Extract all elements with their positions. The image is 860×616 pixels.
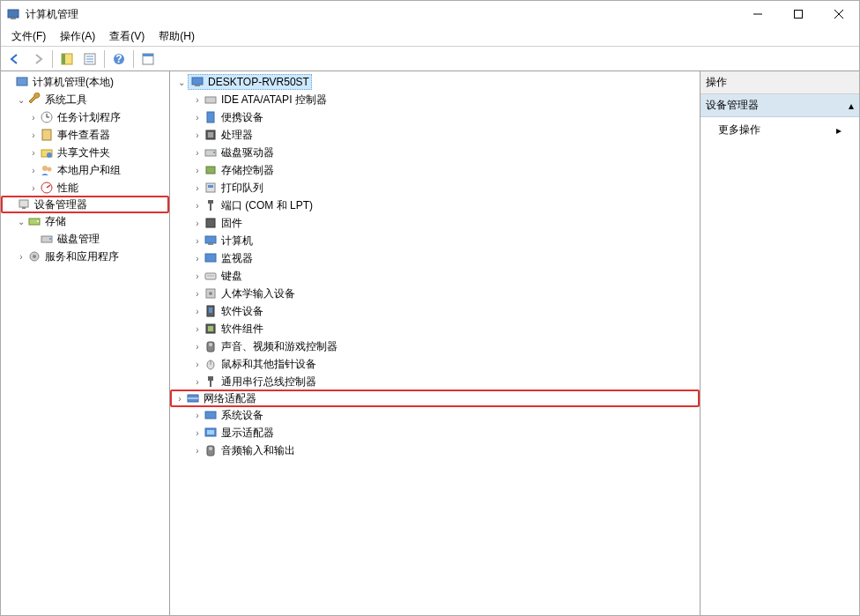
toolbar-separator <box>104 50 105 68</box>
chevron-right-icon: › <box>191 236 204 246</box>
sound-icon <box>204 339 218 353</box>
svg-rect-15 <box>143 54 153 56</box>
device-category[interactable]: ›IDE ATA/ATAPI 控制器 <box>170 91 700 108</box>
tree-device-manager[interactable]: 设备管理器 <box>1 196 169 213</box>
device-category[interactable]: ›软件组件 <box>170 320 700 338</box>
computer-mgmt-icon <box>15 75 29 89</box>
device-category[interactable]: ›声音、视频和游戏控制器 <box>170 338 700 355</box>
view-button[interactable] <box>137 48 159 70</box>
tree-label: 本地用户和组 <box>57 163 121 178</box>
hid-icon <box>204 286 218 301</box>
device-category[interactable]: ›通用串行总线控制器 <box>170 373 700 390</box>
tree-task-scheduler[interactable]: › 任务计划程序 <box>1 108 169 126</box>
svg-point-55 <box>209 292 212 295</box>
device-label: 声音、视频和游戏控制器 <box>221 339 337 354</box>
device-category[interactable]: ›固件 <box>170 214 700 232</box>
monitor-icon <box>204 251 218 265</box>
chevron-right-icon: › <box>15 252 27 262</box>
device-category[interactable]: ›监视器 <box>170 249 700 267</box>
device-label: 软件组件 <box>221 322 263 337</box>
device-label: 系统设备 <box>221 408 263 423</box>
toolbar-separator <box>133 50 134 68</box>
svg-rect-51 <box>205 254 216 262</box>
svg-rect-45 <box>208 185 213 188</box>
tree-local-users[interactable]: › 本地用户和组 <box>1 161 169 179</box>
wrench-icon <box>27 93 41 107</box>
device-label: 网络适配器 <box>204 391 256 406</box>
device-label: 监视器 <box>221 251 253 266</box>
chevron-right-icon: › <box>191 289 204 299</box>
tree-performance[interactable]: › 性能 <box>1 179 169 197</box>
portable-icon <box>204 110 218 124</box>
help-button[interactable]: ? <box>108 48 130 70</box>
chevron-right-icon: › <box>191 201 204 211</box>
forward-button[interactable] <box>27 48 48 70</box>
device-category[interactable]: ›磁盘驱动器 <box>170 144 700 161</box>
menu-view[interactable]: 查看(V) <box>102 27 152 46</box>
tree-system-tools[interactable]: ⌄ 系统工具 <box>1 91 169 108</box>
device-category[interactable]: ›鼠标和其他指针设备 <box>170 355 700 373</box>
tree-label: 服务和应用程序 <box>45 249 119 264</box>
svg-rect-68 <box>205 412 216 419</box>
tree-shared-folders[interactable]: › 共享文件夹 <box>1 144 169 161</box>
device-category[interactable]: ›便携设备 <box>170 108 700 126</box>
chevron-right-icon: › <box>191 254 204 263</box>
device-category[interactable]: ›软件设备 <box>170 302 700 320</box>
back-button[interactable] <box>4 48 26 70</box>
performance-icon <box>40 181 54 195</box>
tree-storage[interactable]: ⌄ 存储 <box>1 212 169 230</box>
device-category[interactable]: ›音频输入和输出 <box>170 442 700 459</box>
device-category[interactable]: ›网络适配器 <box>170 390 700 407</box>
device-category[interactable]: ›打印队列 <box>170 179 700 197</box>
svg-rect-64 <box>208 376 213 381</box>
device-label: 显示适配器 <box>221 426 274 441</box>
collapse-arrow-icon: ▴ <box>849 100 854 112</box>
actions-pane: 操作 设备管理器 ▴ 更多操作 ▸ <box>701 71 859 615</box>
properties-button[interactable] <box>79 48 100 70</box>
window-title: 计算机管理 <box>26 7 738 22</box>
device-category[interactable]: ›计算机 <box>170 232 700 249</box>
actions-section[interactable]: 设备管理器 ▴ <box>701 94 859 117</box>
chevron-right-icon: › <box>191 271 204 281</box>
close-button[interactable] <box>819 1 859 27</box>
menu-file[interactable]: 文件(F) <box>4 27 53 46</box>
storage-icon <box>27 214 41 228</box>
svg-rect-57 <box>209 308 212 313</box>
device-category[interactable]: ›处理器 <box>170 126 700 144</box>
device-category[interactable]: ›键盘 <box>170 267 700 285</box>
device-category[interactable]: ›人体学输入设备 <box>170 285 700 302</box>
device-category[interactable]: ›显示适配器 <box>170 424 700 442</box>
software-device-icon <box>204 304 218 318</box>
device-label: 鼠标和其他指针设备 <box>221 357 316 372</box>
device-label: 磁盘驱动器 <box>221 145 274 160</box>
minimize-button[interactable] <box>738 1 778 27</box>
chevron-right-icon: › <box>191 130 204 140</box>
menu-action[interactable]: 操作(A) <box>53 27 102 46</box>
svg-rect-16 <box>17 78 27 85</box>
tree-disk-management[interactable]: 磁盘管理 <box>1 230 169 248</box>
device-category[interactable]: ›系统设备 <box>170 406 700 424</box>
computer-icon <box>190 75 204 89</box>
maximize-button[interactable] <box>778 1 819 27</box>
svg-point-34 <box>33 255 36 258</box>
device-label: 处理器 <box>221 128 253 143</box>
svg-rect-48 <box>206 219 215 227</box>
svg-rect-28 <box>22 207 26 209</box>
menu-help[interactable]: 帮助(H) <box>152 27 202 46</box>
chevron-right-icon: › <box>27 166 40 175</box>
device-computer-root[interactable]: ⌄ DESKTOP-RVR50ST <box>170 73 700 91</box>
tree-services-apps[interactable]: › 服务和应用程序 <box>1 248 169 265</box>
more-actions[interactable]: 更多操作 ▸ <box>701 117 859 143</box>
chevron-right-icon: › <box>191 113 204 122</box>
device-category[interactable]: ›存储控制器 <box>170 161 700 179</box>
svg-point-72 <box>209 447 212 450</box>
chevron-right-icon: › <box>191 148 204 158</box>
more-actions-label: 更多操作 <box>718 122 760 137</box>
svg-rect-3 <box>795 11 803 19</box>
arrow-right-icon: ▸ <box>836 124 841 137</box>
device-category[interactable]: ›端口 (COM 和 LPT) <box>170 197 700 214</box>
tree-event-viewer[interactable]: › 事件查看器 <box>1 126 169 144</box>
svg-text:?: ? <box>115 53 122 65</box>
show-hide-tree-button[interactable] <box>56 48 78 70</box>
tree-root[interactable]: 计算机管理(本地) <box>1 73 169 91</box>
